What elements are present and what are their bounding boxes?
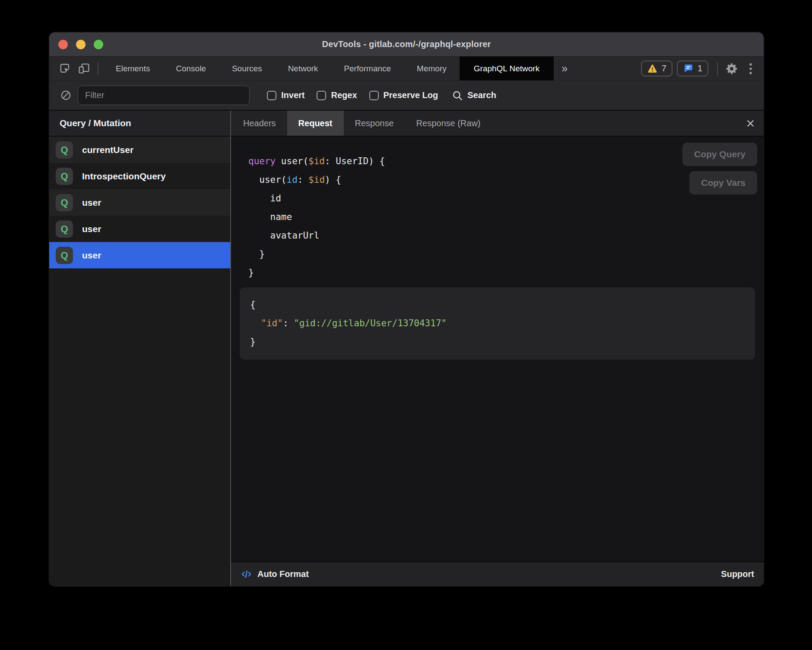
copy-vars-button[interactable]: Copy Vars bbox=[689, 171, 757, 194]
query-name-label: IntrospectionQuery bbox=[82, 171, 166, 182]
request-tab-content: query user($id: UserID) { user(id: $id) … bbox=[231, 137, 764, 561]
support-link[interactable]: Support bbox=[721, 569, 754, 579]
invert-checkbox[interactable]: Invert bbox=[267, 90, 304, 100]
toolbar-divider-2 bbox=[717, 62, 718, 75]
detail-tab-request[interactable]: Request bbox=[287, 111, 344, 136]
devtools-tab-graphql-network[interactable]: GraphQL Network bbox=[460, 57, 554, 80]
regex-checkbox-box[interactable] bbox=[317, 91, 326, 100]
devtools-tab-memory[interactable]: Memory bbox=[404, 57, 460, 80]
query-list-item-user-4[interactable]: Quser bbox=[49, 242, 230, 268]
search-toggle[interactable]: Search bbox=[452, 90, 496, 101]
devtools-tab-sources[interactable]: Sources bbox=[219, 57, 275, 80]
query-list-item-user-3[interactable]: Quser bbox=[49, 216, 230, 242]
devtools-tabbar: ElementsConsoleSourcesNetworkPerformance… bbox=[49, 57, 764, 80]
customize-devtools-button[interactable] bbox=[741, 57, 760, 80]
query-list-item-currentuser-0[interactable]: QcurrentUser bbox=[49, 137, 230, 163]
settings-button[interactable] bbox=[722, 57, 741, 80]
preserve-log-checkbox[interactable]: Preserve Log bbox=[369, 90, 438, 100]
graphql-query-code: query user($id: UserID) { user(id: $id) … bbox=[240, 152, 755, 282]
more-tabs-button[interactable]: » bbox=[554, 57, 575, 80]
network-filter-bar: InvertRegexPreserve Log Search bbox=[49, 80, 764, 111]
copy-query-button[interactable]: Copy Query bbox=[682, 143, 757, 166]
block-circle-icon bbox=[60, 89, 72, 101]
detail-tab-response-raw[interactable]: Response (Raw) bbox=[405, 111, 492, 136]
devtools-tab-strip: ElementsConsoleSourcesNetworkPerformance… bbox=[103, 57, 554, 80]
issues-count: 1 bbox=[698, 64, 702, 73]
toolbar-menu-buttons bbox=[722, 57, 760, 80]
minimize-window-button[interactable] bbox=[76, 40, 86, 49]
devtools-tab-network[interactable]: Network bbox=[275, 57, 331, 80]
devtools-tab-console[interactable]: Console bbox=[163, 57, 219, 80]
invert-checkbox-box[interactable] bbox=[267, 91, 276, 100]
filter-checkboxes: InvertRegexPreserve Log bbox=[267, 90, 438, 100]
graphql-variables-box: { "id": "gid://gitlab/User/13704317"} bbox=[240, 287, 755, 360]
window-title: DevTools - gitlab.com/-/graphql-explorer bbox=[322, 39, 491, 49]
code-line: } bbox=[248, 245, 755, 264]
query-list-header: Query / Mutation bbox=[49, 111, 230, 137]
code-line: } bbox=[250, 333, 745, 351]
status-badges: 7 1 bbox=[641, 57, 708, 80]
main-split: Query / Mutation QcurrentUserQIntrospect… bbox=[49, 111, 764, 586]
query-list-panel: Query / Mutation QcurrentUserQIntrospect… bbox=[49, 111, 230, 586]
warnings-badge[interactable]: 7 bbox=[641, 61, 672, 76]
search-label: Search bbox=[467, 90, 496, 100]
devtools-tab-elements[interactable]: Elements bbox=[103, 57, 163, 80]
filter-input[interactable] bbox=[78, 86, 250, 105]
code-line: "id": "gid://gitlab/User/13704317" bbox=[250, 314, 745, 333]
message-bubble-icon bbox=[683, 63, 694, 74]
detail-tab-response[interactable]: Response bbox=[344, 111, 405, 136]
device-toolbar-icon bbox=[78, 62, 90, 75]
invert-checkbox-label: Invert bbox=[281, 90, 304, 100]
preserve-log-checkbox-box[interactable] bbox=[369, 91, 379, 100]
vertical-dots-icon bbox=[749, 62, 753, 75]
gear-icon bbox=[725, 62, 738, 75]
traffic-lights bbox=[58, 32, 103, 56]
query-type-badge: Q bbox=[56, 220, 73, 238]
query-type-badge: Q bbox=[56, 141, 73, 159]
close-window-button[interactable] bbox=[58, 40, 68, 49]
request-detail-panel: HeadersRequestResponseResponse (Raw) que… bbox=[231, 111, 764, 586]
query-name-label: user bbox=[82, 224, 101, 234]
devtools-window: DevTools - gitlab.com/-/graphql-explorer… bbox=[49, 32, 764, 586]
device-toolbar-button[interactable] bbox=[74, 57, 93, 80]
code-line: user(id: $id) { bbox=[248, 171, 755, 189]
regex-checkbox-label: Regex bbox=[331, 90, 357, 100]
detail-tab-headers[interactable]: Headers bbox=[232, 111, 287, 136]
query-type-badge: Q bbox=[56, 168, 73, 185]
clear-requests-button[interactable] bbox=[57, 89, 74, 101]
query-name-label: user bbox=[82, 198, 101, 208]
search-icon bbox=[452, 90, 463, 101]
close-detail-button[interactable] bbox=[737, 111, 764, 136]
query-list-item-introspectionquery-1[interactable]: QIntrospectionQuery bbox=[49, 163, 230, 189]
query-type-badge: Q bbox=[56, 194, 73, 211]
inspect-element-button[interactable] bbox=[55, 57, 74, 80]
warnings-count: 7 bbox=[662, 64, 666, 73]
auto-format-icon bbox=[241, 568, 252, 580]
code-line: { bbox=[250, 296, 745, 314]
issues-badge[interactable]: 1 bbox=[677, 61, 708, 76]
detail-tab-strip: HeadersRequestResponseResponse (Raw) bbox=[231, 111, 764, 137]
regex-checkbox[interactable]: Regex bbox=[317, 90, 357, 100]
warning-icon bbox=[647, 63, 658, 74]
query-name-label: user bbox=[82, 250, 101, 261]
inspect-cursor-icon bbox=[59, 62, 71, 75]
query-list-item-user-2[interactable]: Quser bbox=[49, 189, 230, 216]
tabbar-spacer bbox=[575, 57, 641, 80]
zoom-window-button[interactable] bbox=[94, 40, 103, 49]
title-bar: DevTools - gitlab.com/-/graphql-explorer bbox=[49, 32, 764, 57]
auto-format-button[interactable]: Auto Format bbox=[257, 569, 309, 579]
code-line: name bbox=[248, 208, 755, 226]
query-list: QcurrentUserQIntrospectionQueryQuserQuse… bbox=[49, 137, 230, 268]
code-line: query user($id: UserID) { bbox=[248, 152, 755, 171]
query-type-badge: Q bbox=[56, 247, 73, 264]
detail-status-bar: Auto Format Support bbox=[231, 561, 764, 586]
code-line: avatarUrl bbox=[248, 226, 755, 245]
query-name-label: currentUser bbox=[82, 145, 133, 155]
devtools-tab-performance[interactable]: Performance bbox=[331, 57, 404, 80]
copy-buttons: Copy Query Copy Vars bbox=[682, 143, 757, 194]
toolbar-divider bbox=[98, 62, 98, 75]
preserve-log-checkbox-label: Preserve Log bbox=[384, 90, 438, 100]
close-icon bbox=[745, 118, 756, 129]
detail-tabs-host: HeadersRequestResponseResponse (Raw) bbox=[232, 111, 492, 136]
code-line: } bbox=[248, 264, 755, 282]
